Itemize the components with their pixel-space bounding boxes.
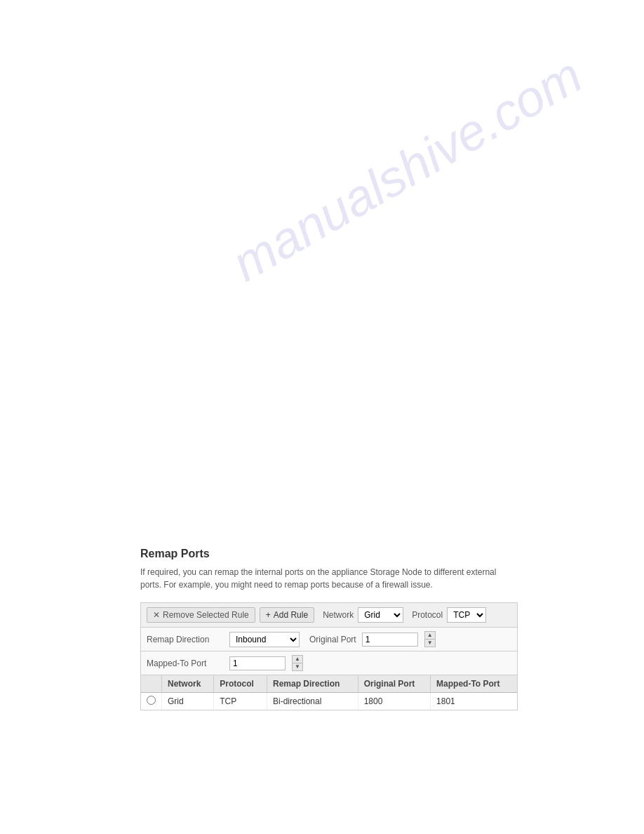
spinner-up-icon[interactable]: ▲	[425, 632, 435, 640]
table-header-row: Network Protocol Remap Direction Origina…	[141, 675, 517, 693]
col-network: Network	[162, 675, 214, 693]
col-mapped-to-port: Mapped-To Port	[431, 675, 517, 693]
row-radio-cell	[141, 693, 162, 710]
protocol-label: Protocol	[412, 610, 443, 620]
row-mapped-to-port: 1801	[431, 693, 517, 710]
form-row-2: Mapped-To Port ▲ ▼	[141, 651, 517, 675]
section-title: Remap Ports	[140, 548, 518, 560]
spinner-down-icon[interactable]: ▼	[293, 663, 302, 670]
col-select	[141, 675, 162, 693]
original-port-input[interactable]	[362, 633, 418, 647]
remap-direction-select[interactable]: Inbound Outbound Bi-directional	[229, 632, 300, 647]
form-row-1: Remap Direction Inbound Outbound Bi-dire…	[141, 628, 517, 651]
protocol-select[interactable]: TCP UDP	[447, 607, 486, 623]
mapped-to-port-label: Mapped-To Port	[147, 658, 224, 668]
row-radio[interactable]	[147, 696, 156, 705]
col-original-port: Original Port	[358, 675, 430, 693]
plus-icon: +	[266, 610, 271, 620]
original-port-spinner[interactable]: ▲ ▼	[424, 631, 436, 647]
table-wrapper: Network Protocol Remap Direction Origina…	[141, 675, 517, 710]
add-button-label: Add Rule	[274, 610, 308, 620]
network-label: Network	[323, 610, 354, 620]
spinner-down-icon[interactable]: ▼	[425, 640, 435, 647]
row-network: Grid	[162, 693, 214, 710]
remap-direction-label: Remap Direction	[147, 635, 224, 644]
toolbar-row: ✕ Remove Selected Rule + Add Rule Networ…	[141, 603, 517, 628]
mapped-to-port-spinner[interactable]: ▲ ▼	[292, 655, 303, 671]
spinner-up-icon[interactable]: ▲	[293, 656, 302, 663]
row-remap-direction: Bi-directional	[267, 693, 358, 710]
col-protocol: Protocol	[214, 675, 267, 693]
network-select[interactable]: Grid Admin Client	[358, 607, 403, 623]
remap-rules-table: Network Protocol Remap Direction Origina…	[141, 675, 517, 710]
row-original-port: 1800	[358, 693, 430, 710]
mapped-to-port-input[interactable]	[229, 656, 286, 670]
remove-selected-rule-button[interactable]: ✕ Remove Selected Rule	[147, 607, 255, 623]
main-content: Remap Ports If required, you can remap t…	[0, 0, 644, 710]
remove-icon: ✕	[153, 610, 160, 620]
table-row: Grid TCP Bi-directional 1800 1801	[141, 693, 517, 710]
remove-button-label: Remove Selected Rule	[163, 610, 249, 620]
add-rule-button[interactable]: + Add Rule	[260, 607, 314, 623]
section-description: If required, you can remap the internal …	[140, 566, 518, 591]
row-protocol: TCP	[214, 693, 267, 710]
original-port-label: Original Port	[309, 635, 356, 644]
col-remap-direction: Remap Direction	[267, 675, 358, 693]
remap-panel: ✕ Remove Selected Rule + Add Rule Networ…	[140, 602, 518, 710]
